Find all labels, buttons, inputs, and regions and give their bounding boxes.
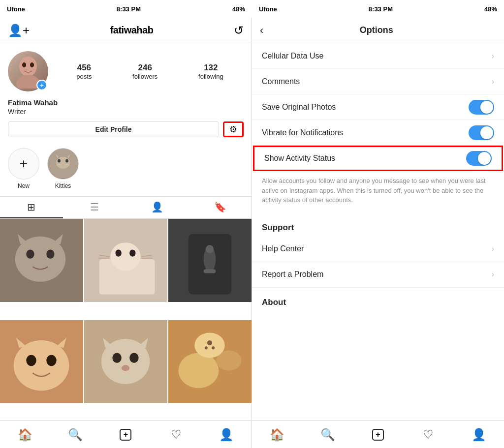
nav-profile[interactable]: 👤 — [215, 423, 238, 447]
right-nav-home[interactable]: 🏠 — [265, 423, 289, 447]
svg-point-0 — [19, 57, 37, 76]
battery-icons-right: 48% — [484, 5, 497, 13]
vibrate-label: Vibrate for Notifications — [262, 128, 343, 137]
save-photos-label: Save Original Photos — [262, 103, 336, 112]
status-bar-right: Ufone 8:33 PM 48% — [252, 0, 504, 18]
profile-actions: Edit Profile ⚙ — [8, 121, 244, 137]
tabs-row: ⊞ ☰ 👤 🔖 — [0, 196, 252, 219]
photo-4 — [0, 320, 83, 403]
followers-label: followers — [132, 73, 158, 80]
right-nav-add[interactable]: + — [366, 423, 390, 447]
add-icon: + — [120, 429, 131, 441]
activity-description: Allow accounts you follow and anyone you… — [252, 171, 504, 213]
search-icon: 🔍 — [68, 428, 83, 442]
photo-1 — [0, 219, 83, 302]
tab-saved[interactable]: 🔖 — [189, 197, 252, 218]
bottom-nav-left: 🏠 🔍 + ♡ 👤 — [0, 420, 252, 448]
photo-cell-2[interactable] — [84, 219, 167, 302]
plus-icon: + — [20, 156, 28, 172]
battery-left: 48% — [232, 5, 245, 13]
kitties-highlight-label: Kitties — [55, 182, 71, 189]
right-nav-search[interactable]: 🔍 — [316, 423, 340, 447]
svg-point-15 — [116, 249, 122, 256]
new-highlight-label: New — [18, 182, 30, 189]
photo-2 — [84, 219, 167, 302]
svg-point-5 — [56, 157, 70, 169]
activity-status-toggle[interactable] — [466, 151, 492, 166]
photo-cell-4[interactable] — [0, 320, 83, 403]
tab-grid[interactable]: ⊞ — [0, 197, 63, 218]
history-icon[interactable]: ↺ — [234, 24, 244, 37]
status-bar-left: Ufone 8:33 PM 48% — [0, 0, 252, 18]
username-title: fatiwahab — [110, 25, 154, 36]
nav-add[interactable]: + — [114, 423, 137, 447]
avatar-wrap[interactable]: + — [8, 51, 48, 91]
svg-point-39 — [207, 340, 212, 345]
svg-point-11 — [46, 249, 54, 258]
svg-point-34 — [122, 365, 129, 371]
svg-point-7 — [65, 159, 68, 163]
svg-point-41 — [212, 346, 215, 349]
tab-list[interactable]: ☰ — [63, 197, 126, 218]
posts-label: posts — [76, 73, 92, 80]
add-person-icon[interactable]: 👤+ — [8, 24, 30, 37]
highlight-new[interactable]: + New — [8, 148, 39, 189]
svg-point-3 — [30, 62, 34, 67]
about-header: About — [252, 288, 504, 311]
svg-point-6 — [58, 159, 61, 163]
photo-cell-6[interactable] — [168, 320, 252, 403]
option-comments[interactable]: Comments › — [252, 69, 504, 94]
person-tag-icon: 👤 — [151, 201, 163, 213]
profile-stats: 456 posts 246 followers 132 following — [56, 63, 244, 80]
list-icon: ☰ — [90, 201, 99, 213]
save-photos-toggle[interactable] — [469, 100, 494, 115]
profile-bio: Writer — [8, 108, 244, 116]
profile-icon: 👤 — [219, 428, 234, 442]
nav-search[interactable]: 🔍 — [63, 423, 87, 447]
settings-button[interactable]: ⚙ — [223, 121, 244, 137]
vibrate-toggle[interactable] — [469, 125, 494, 140]
comments-chevron: › — [492, 77, 494, 86]
back-button[interactable]: ‹ — [260, 24, 263, 37]
avatar-add-button[interactable]: + — [36, 80, 47, 90]
photo-3 — [168, 219, 252, 302]
edit-profile-button[interactable]: Edit Profile — [8, 121, 219, 137]
posts-stat[interactable]: 456 posts — [76, 63, 92, 80]
grid-icon: ⊞ — [27, 201, 35, 213]
svg-point-28 — [26, 355, 36, 366]
carrier-right: Ufone — [259, 5, 277, 13]
svg-point-33 — [129, 353, 138, 363]
nav-icons-right: ↺ — [234, 24, 244, 37]
svg-point-38 — [194, 333, 224, 358]
top-nav-left: 👤+ fatiwahab ↺ — [0, 18, 252, 43]
option-save-photos[interactable]: Save Original Photos — [252, 94, 504, 120]
save-photos-knob — [480, 101, 493, 114]
option-vibrate[interactable]: Vibrate for Notifications — [252, 120, 504, 146]
option-cellular[interactable]: Cellular Data Use › — [252, 43, 504, 69]
photo-grid — [0, 219, 252, 420]
photo-cell-1[interactable] — [0, 219, 83, 302]
option-report[interactable]: Report a Problem › — [252, 262, 504, 288]
highlight-kitties[interactable]: Kitties — [47, 148, 79, 189]
right-heart-icon: ♡ — [423, 428, 434, 442]
photo-cell-5[interactable] — [84, 320, 167, 403]
new-highlight-circle: + — [8, 148, 39, 179]
followers-stat[interactable]: 246 followers — [132, 63, 158, 80]
photo-cell-3[interactable] — [168, 219, 252, 302]
nav-heart[interactable]: ♡ — [164, 423, 188, 447]
right-nav-profile[interactable]: 👤 — [467, 423, 491, 447]
support-header: Support — [252, 213, 504, 237]
following-stat[interactable]: 132 following — [198, 63, 223, 80]
kitties-thumbnail — [48, 149, 78, 179]
right-nav-heart[interactable]: ♡ — [416, 423, 440, 447]
tab-tagged[interactable]: 👤 — [126, 197, 189, 218]
gear-icon: ⚙ — [229, 124, 237, 135]
svg-point-10 — [26, 249, 34, 258]
nav-home[interactable]: 🏠 — [13, 423, 37, 447]
option-help-center[interactable]: Help Center › — [252, 237, 504, 262]
carrier-left: Ufone — [7, 5, 25, 13]
option-activity-status[interactable]: Show Activity Status — [253, 146, 503, 171]
svg-point-16 — [129, 249, 135, 256]
options-title: Options — [271, 25, 481, 35]
help-center-label: Help Center — [262, 244, 304, 253]
